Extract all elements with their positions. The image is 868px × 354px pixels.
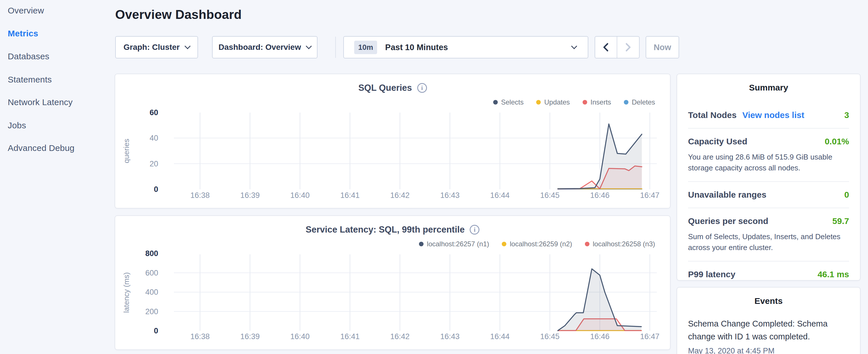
legend-dot-icon	[502, 242, 506, 246]
svg-text:0: 0	[154, 185, 158, 194]
legend-item-selects[interactable]: Selects	[493, 98, 524, 106]
chevron-right-icon	[624, 42, 632, 52]
svg-text:16:39: 16:39	[241, 332, 260, 341]
svg-text:16:38: 16:38	[190, 191, 210, 200]
svg-text:16:45: 16:45	[540, 191, 560, 200]
legend-dot-icon	[419, 242, 424, 246]
view-nodes-list-link[interactable]: View nodes list	[742, 110, 804, 120]
svg-text:16:47: 16:47	[640, 332, 660, 341]
dashboard-dropdown[interactable]: Dashboard: Overview	[212, 36, 317, 58]
legend-item-node3[interactable]: localhost:26258 (n3)	[585, 240, 655, 248]
svg-text:800: 800	[145, 249, 158, 258]
svg-text:16:43: 16:43	[440, 332, 460, 341]
events-title: Events	[688, 296, 849, 306]
svg-text:16:40: 16:40	[290, 332, 310, 341]
page-title: Overview Dashboard	[115, 7, 242, 22]
svg-text:16:39: 16:39	[241, 191, 260, 200]
svg-text:600: 600	[145, 269, 158, 277]
time-range-badge: 10m	[354, 41, 377, 54]
legend-label: localhost:26257 (n1)	[427, 240, 489, 248]
summary-row-total-nodes: Total Nodes View nodes list 3	[688, 102, 849, 128]
legend-item-updates[interactable]: Updates	[536, 98, 570, 106]
summary-value: 59.7	[833, 216, 849, 226]
summary-panel: Summary Total Nodes View nodes list 3 Ca…	[677, 74, 861, 281]
now-button[interactable]: Now	[646, 36, 679, 58]
service-latency-chart: 16:3816:3916:4016:4116:4216:4316:4416:45…	[115, 248, 671, 348]
chevron-left-icon	[602, 42, 610, 52]
sidebar: Overview Metrics Databases Statements Ne…	[0, 0, 115, 354]
legend-item-node1[interactable]: localhost:26257 (n1)	[419, 240, 489, 248]
svg-text:16:41: 16:41	[340, 332, 360, 341]
step-back-button[interactable]	[595, 37, 617, 58]
sidebar-item-network-latency[interactable]: Network Latency	[8, 97, 72, 107]
legend-dot-icon	[585, 242, 589, 246]
event-message[interactable]: Schema Change Completed: Schema change w…	[688, 317, 849, 343]
summary-label: Total Nodes	[688, 110, 737, 120]
sidebar-item-advanced-debug[interactable]: Advanced Debug	[8, 143, 74, 153]
legend-label: Deletes	[632, 98, 655, 106]
chart-legend: localhost:26257 (n1) localhost:26259 (n2…	[419, 240, 655, 248]
summary-row-queries-per-second: Queries per second 59.7 Sum of Selects, …	[688, 207, 849, 261]
toolbar-divider	[335, 37, 336, 58]
summary-label: P99 latency	[688, 269, 735, 279]
svg-text:16:44: 16:44	[490, 191, 510, 200]
sidebar-item-statements[interactable]: Statements	[8, 75, 52, 85]
chart-legend: Selects Updates Inserts Deletes	[493, 98, 655, 106]
summary-row-unavailable-ranges: Unavailable ranges 0	[688, 181, 849, 207]
svg-text:16:43: 16:43	[440, 191, 460, 200]
svg-text:16:46: 16:46	[590, 191, 610, 200]
svg-text:queries: queries	[122, 139, 131, 163]
svg-text:60: 60	[150, 108, 158, 117]
dashboard-dropdown-label: Dashboard: Overview	[219, 43, 301, 52]
service-latency-chart-card: Service Latency: SQL, 99th percentile i …	[115, 215, 671, 350]
legend-label: localhost:26259 (n2)	[510, 240, 572, 248]
chart-title: SQL Queries	[358, 83, 412, 93]
summary-value: 0	[844, 190, 849, 200]
summary-value: 3	[844, 110, 849, 120]
legend-label: Selects	[501, 98, 524, 106]
legend-dot-icon	[493, 100, 498, 104]
svg-text:16:38: 16:38	[190, 332, 210, 341]
summary-title: Summary	[688, 83, 849, 93]
sidebar-item-databases[interactable]: Databases	[8, 52, 49, 61]
graph-dropdown[interactable]: Graph: Cluster	[115, 36, 198, 58]
svg-text:latency (ms): latency (ms)	[122, 272, 131, 313]
legend-label: Updates	[544, 98, 570, 106]
legend-label: Inserts	[591, 98, 611, 106]
legend-dot-icon	[583, 100, 587, 104]
summary-value: 0.01%	[825, 137, 849, 147]
summary-value: 46.1 ms	[817, 269, 849, 279]
svg-text:16:42: 16:42	[390, 191, 410, 200]
svg-text:40: 40	[150, 134, 158, 142]
summary-label: Capacity Used	[688, 137, 747, 147]
sql-queries-chart: 16:3816:3916:4016:4116:4216:4316:4416:45…	[115, 106, 671, 209]
svg-text:400: 400	[145, 288, 158, 296]
info-icon[interactable]: i	[470, 225, 479, 234]
info-icon[interactable]: i	[417, 83, 427, 93]
time-range-dropdown[interactable]: 10m Past 10 Minutes	[343, 36, 588, 58]
svg-text:0: 0	[154, 326, 158, 335]
legend-dot-icon	[624, 100, 628, 104]
sidebar-item-jobs[interactable]: Jobs	[8, 121, 26, 130]
svg-text:20: 20	[150, 160, 158, 168]
legend-item-deletes[interactable]: Deletes	[624, 98, 655, 106]
summary-label: Unavailable ranges	[688, 190, 766, 200]
sidebar-item-metrics[interactable]: Metrics	[8, 29, 38, 38]
chevron-down-icon	[571, 43, 577, 49]
summary-subtext: You are using 28.6 MiB of 515.9 GiB usab…	[688, 152, 849, 173]
step-forward-button[interactable]	[617, 37, 639, 58]
sql-queries-chart-card: SQL Queries i Selects Updates Inserts De…	[115, 74, 671, 208]
summary-subtext: Sum of Selects, Updates, Inserts, and De…	[688, 231, 849, 253]
legend-label: localhost:26258 (n3)	[593, 240, 655, 248]
sidebar-item-overview[interactable]: Overview	[8, 6, 44, 15]
legend-item-node2[interactable]: localhost:26259 (n2)	[502, 240, 572, 248]
svg-text:16:45: 16:45	[540, 332, 560, 341]
legend-dot-icon	[536, 100, 541, 104]
summary-label: Queries per second	[688, 216, 768, 226]
legend-item-inserts[interactable]: Inserts	[583, 98, 611, 106]
chart-title: Service Latency: SQL, 99th percentile	[306, 225, 465, 235]
event-timestamp: May 13, 2020 at 4:45 PM	[688, 347, 849, 354]
summary-row-p99-latency: P99 latency 46.1 ms	[688, 261, 849, 287]
summary-row-capacity-used: Capacity Used 0.01% You are using 28.6 M…	[688, 128, 849, 181]
time-range-label: Past 10 Minutes	[385, 43, 448, 52]
